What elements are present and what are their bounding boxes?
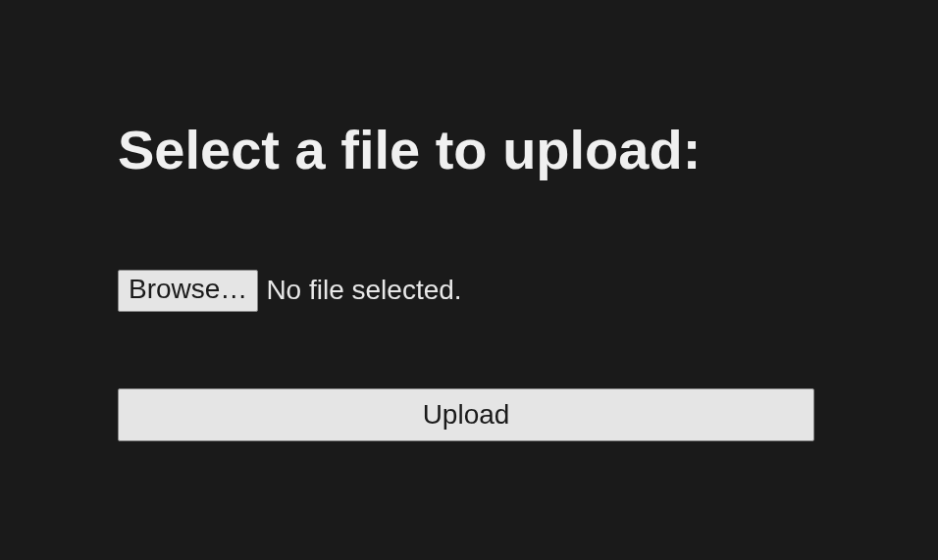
browse-button[interactable]: Browse… [118,270,258,312]
upload-button[interactable]: Upload [118,388,814,441]
file-input-row: Browse… No file selected. [118,270,820,312]
file-status-text: No file selected. [266,275,461,306]
page-title: Select a file to upload: [118,118,820,181]
